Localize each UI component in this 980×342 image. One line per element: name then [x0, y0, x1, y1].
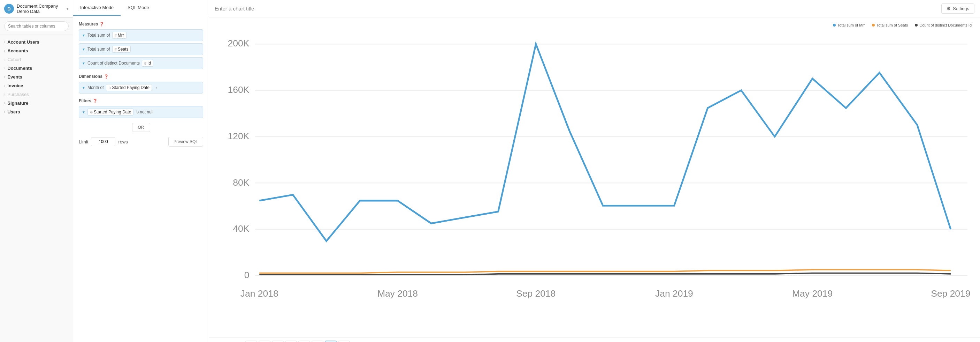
- hash-icon: #: [115, 47, 117, 51]
- measure-field-name: Seats: [118, 47, 129, 52]
- measure-agg-label: Total sum of: [88, 47, 110, 52]
- toolbar-number-button[interactable]: 1: [259, 340, 270, 342]
- toolbar-bar-button[interactable]: ▊: [338, 340, 350, 342]
- chart-svg: 200K 160K 120K 80K 40K 0 Jan 2018 May 20…: [218, 31, 972, 335]
- legend-item-docs: Count of distinct Documents Id: [915, 23, 972, 27]
- dimensions-label: Dimensions ❓: [79, 74, 203, 79]
- svg-text:Sep 2018: Sep 2018: [516, 288, 555, 299]
- query-builder: Measures ❓ ▼ Total sum of # Mrr ▼ Total …: [73, 16, 209, 342]
- measure-row-0: ▼ Total sum of # Mrr: [79, 29, 203, 41]
- filters-help-icon[interactable]: ❓: [93, 99, 98, 103]
- svg-text:0: 0: [244, 270, 250, 280]
- sidebar-item-label: Account Users: [7, 40, 40, 45]
- dimension-field-name: Started Paying Date: [112, 85, 150, 90]
- chart-toolbar: ✏ Auto ⊞11↑▬◑∿〰▊◿⋰⬤⊕⊡▷▦: [209, 337, 980, 342]
- toolbar-progress-button[interactable]: ▬: [285, 340, 297, 342]
- svg-text:Jan 2019: Jan 2019: [655, 288, 693, 299]
- toolbar-table-button[interactable]: ⊞: [245, 340, 257, 342]
- legend-dot: [872, 24, 875, 27]
- dimension-field-pill[interactable]: ⊙ Started Paying Date: [106, 84, 152, 91]
- measure-field-pill[interactable]: # Seats: [112, 46, 131, 53]
- chevron-right-icon: ›: [4, 101, 5, 105]
- limit-row: Limit rows Preview SQL: [79, 137, 203, 147]
- hash-icon: #: [115, 33, 117, 37]
- legend-item-seats: Total sum of Seats: [872, 23, 908, 27]
- measure-dropdown-icon[interactable]: ▼: [82, 48, 85, 51]
- chevron-down-icon: ▾: [67, 6, 68, 11]
- sidebar-item-documents[interactable]: ›Documents: [0, 64, 73, 73]
- filter-dropdown-icon[interactable]: ▼: [82, 110, 85, 114]
- sidebar-item-events[interactable]: ›Events: [0, 73, 73, 82]
- or-button[interactable]: OR: [132, 123, 150, 132]
- sidebar-item-label: Signature: [7, 101, 28, 106]
- chart-area: Total sum of Mrr Total sum of Seats Coun…: [209, 18, 980, 337]
- sidebar-item-label: Users: [7, 109, 20, 115]
- search-input[interactable]: [4, 21, 68, 31]
- filter-row-0: ▼ ⊙ Started Paying Date is not null: [79, 106, 203, 118]
- chart-container: 200K 160K 120K 80K 40K 0 Jan 2018 May 20…: [218, 31, 972, 335]
- filter-field-pill[interactable]: ⊙ Started Paying Date: [88, 109, 134, 115]
- sidebar-title: Document Company Demo Data: [17, 3, 64, 14]
- sidebar-header[interactable]: D Document Company Demo Data ▾: [0, 0, 73, 18]
- rows-label: rows: [118, 139, 127, 144]
- sidebar-item-account-users[interactable]: ›Account Users: [0, 38, 73, 46]
- sidebar-item-label: Purchases: [7, 92, 29, 97]
- svg-text:200K: 200K: [228, 38, 250, 48]
- measure-field-pill[interactable]: # Mrr: [112, 32, 127, 39]
- toolbar-row-1: ⊞11↑▬◑∿〰▊: [245, 340, 350, 342]
- gear-icon: ⚙: [947, 6, 951, 11]
- chevron-right-icon: ›: [4, 84, 5, 88]
- limit-input[interactable]: [91, 137, 115, 146]
- dimensions-container: ▼ Month of ⊙ Started Paying Date ↑: [79, 82, 203, 94]
- sidebar-item-users[interactable]: ›Users: [0, 107, 73, 116]
- right-panel: ⚙ Settings Total sum of Mrr Total sum of…: [209, 0, 980, 342]
- svg-text:Sep 2019: Sep 2019: [931, 288, 970, 299]
- sidebar-item-label: Accounts: [7, 48, 28, 53]
- dimension-dropdown-icon[interactable]: ▼: [82, 86, 85, 89]
- measure-dropdown-icon[interactable]: ▼: [82, 34, 85, 37]
- center-panel: Interactive ModeSQL Mode Measures ❓ ▼ To…: [73, 0, 209, 342]
- sidebar-item-signature[interactable]: ›Signature: [0, 99, 73, 107]
- mrr-line: [259, 44, 951, 241]
- legend-label: Total sum of Mrr: [837, 23, 865, 27]
- sidebar-search-container: [0, 18, 73, 35]
- toolbar-number-trend-button[interactable]: 1↑: [272, 340, 284, 342]
- settings-button[interactable]: ⚙ Settings: [941, 3, 974, 14]
- sidebar-item-purchases: ›Purchases: [0, 90, 73, 99]
- legend-dot: [833, 24, 836, 27]
- measure-field-name: Id: [147, 61, 151, 66]
- preview-sql-button[interactable]: Preview SQL: [168, 137, 203, 147]
- chart-title-input[interactable]: [215, 6, 937, 11]
- toolbar-line-button[interactable]: ∿: [312, 340, 323, 342]
- tab-sql[interactable]: SQL Mode: [121, 0, 156, 16]
- sidebar-item-invoice[interactable]: ›Invoice: [0, 82, 73, 90]
- dimension-agg-label: Month of: [88, 85, 104, 90]
- filters-label: Filters ❓: [79, 98, 203, 103]
- measure-row-2: ▼ Count of distinct Documents # Id: [79, 57, 203, 69]
- dimensions-help-icon[interactable]: ❓: [104, 74, 109, 79]
- measure-field-pill[interactable]: # Id: [142, 60, 153, 67]
- measure-dropdown-icon[interactable]: ▼: [82, 61, 85, 65]
- svg-text:80K: 80K: [233, 177, 249, 187]
- chart-header: ⚙ Settings: [209, 0, 980, 18]
- chevron-right-icon: ›: [4, 58, 5, 61]
- chevron-right-icon: ›: [4, 49, 5, 53]
- measure-agg-label: Count of distinct Documents: [88, 61, 140, 66]
- clock-icon: ⊙: [108, 86, 111, 89]
- measures-help-icon[interactable]: ❓: [99, 22, 104, 27]
- sidebar-item-accounts[interactable]: ›Accounts: [0, 46, 73, 55]
- settings-label: Settings: [953, 6, 969, 11]
- chevron-right-icon: ›: [4, 110, 5, 114]
- chevron-right-icon: ›: [4, 66, 5, 70]
- toolbar-line-active-button[interactable]: 〰: [325, 340, 337, 342]
- toolbar-pie-button[interactable]: ◑: [298, 340, 310, 342]
- tab-interactive[interactable]: Interactive Mode: [73, 0, 121, 16]
- svg-text:160K: 160K: [228, 85, 250, 95]
- legend-label: Total sum of Seats: [877, 23, 908, 27]
- measure-agg-label: Total sum of: [88, 33, 110, 38]
- svg-text:120K: 120K: [228, 131, 250, 141]
- sort-icon[interactable]: ↑: [156, 85, 158, 89]
- measure-field-name: Mrr: [118, 33, 124, 38]
- clock-icon: ⊙: [90, 110, 93, 114]
- filters-container: ▼ ⊙ Started Paying Date is not null: [79, 106, 203, 118]
